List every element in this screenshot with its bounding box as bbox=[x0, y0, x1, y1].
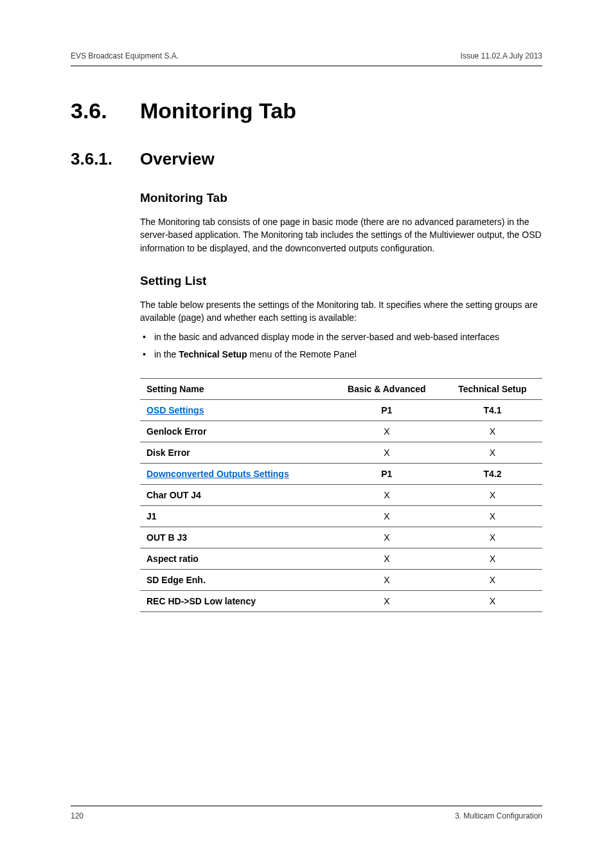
section-title: Monitoring Tab bbox=[140, 98, 296, 123]
technical-setup-cell: X bbox=[443, 442, 542, 464]
list-item: in the Technical Setup menu of the Remot… bbox=[140, 348, 542, 361]
section-number: 3.6. bbox=[71, 98, 140, 123]
setting-list-heading: Setting List bbox=[140, 274, 542, 288]
footer-rule bbox=[71, 806, 542, 806]
basic-advanced-cell: X bbox=[331, 485, 443, 506]
basic-advanced-cell: X bbox=[331, 548, 443, 570]
page-header: EVS Broadcast Equipment S.A. Issue 11.02… bbox=[71, 51, 542, 66]
section-link[interactable]: OSD Settings bbox=[147, 405, 204, 415]
subsection-number: 3.6.1. bbox=[71, 149, 140, 169]
footer-chapter: 3. Multicam Configuration bbox=[455, 811, 542, 820]
page-footer: 120 3. Multicam Configuration bbox=[71, 806, 542, 820]
basic-advanced-cell: X bbox=[331, 421, 443, 442]
technical-setup-cell: X bbox=[443, 506, 542, 527]
setting-name-cell: OUT B J3 bbox=[140, 527, 331, 548]
col-technical-setup: Technical Setup bbox=[443, 379, 542, 400]
setting-name-cell: SD Edge Enh. bbox=[140, 570, 331, 591]
section-link[interactable]: Downconverted Outputs Settings bbox=[147, 469, 289, 479]
bullet-prefix: in the bbox=[154, 349, 179, 359]
setting-list-bullets: in the basic and advanced display mode i… bbox=[140, 330, 542, 361]
basic-advanced-cell: X bbox=[331, 527, 443, 548]
basic-advanced-cell: X bbox=[331, 506, 443, 527]
subsection-title: Overview bbox=[140, 149, 215, 169]
table-row: Genlock ErrorXX bbox=[140, 421, 542, 442]
table-row: OSD SettingsP1T4.1 bbox=[140, 400, 542, 421]
setting-name-cell: Genlock Error bbox=[140, 421, 331, 442]
table-row: Char OUT J4XX bbox=[140, 485, 542, 506]
col-setting-name: Setting Name bbox=[140, 379, 331, 400]
header-rule bbox=[71, 66, 542, 66]
setting-name-cell: Char OUT J4 bbox=[140, 485, 331, 506]
table-row: Disk ErrorXX bbox=[140, 442, 542, 464]
setting-list-intro: The table below presents the settings of… bbox=[140, 298, 542, 325]
bullet-text: in the basic and advanced display mode i… bbox=[154, 332, 499, 342]
setting-name-cell: Downconverted Outputs Settings bbox=[140, 464, 331, 485]
setting-name-cell: J1 bbox=[140, 506, 331, 527]
table-row: J1XX bbox=[140, 506, 542, 527]
basic-advanced-cell: P1 bbox=[331, 400, 443, 421]
basic-advanced-cell: X bbox=[331, 570, 443, 591]
col-basic-advanced: Basic & Advanced bbox=[331, 379, 443, 400]
table-row: OUT B J3XX bbox=[140, 527, 542, 548]
section-heading: 3.6. Monitoring Tab bbox=[71, 98, 542, 123]
footer-page-number: 120 bbox=[71, 811, 84, 820]
header-right: Issue 11.02.A July 2013 bbox=[461, 51, 542, 60]
technical-setup-cell: T4.1 bbox=[443, 400, 542, 421]
basic-advanced-cell: X bbox=[331, 442, 443, 464]
setting-name-cell: OSD Settings bbox=[140, 400, 331, 421]
setting-name-cell: Disk Error bbox=[140, 442, 331, 464]
settings-table: Setting Name Basic & Advanced Technical … bbox=[140, 378, 542, 612]
setting-name-cell: REC HD->SD Low latency bbox=[140, 591, 331, 612]
bullet-suffix: menu of the Remote Panel bbox=[247, 349, 356, 359]
basic-advanced-cell: X bbox=[331, 591, 443, 612]
technical-setup-cell: X bbox=[443, 485, 542, 506]
monitoring-tab-paragraph: The Monitoring tab consists of one page … bbox=[140, 215, 542, 255]
technical-setup-cell: X bbox=[443, 548, 542, 570]
table-header-row: Setting Name Basic & Advanced Technical … bbox=[140, 379, 542, 400]
technical-setup-cell: X bbox=[443, 421, 542, 442]
table-row: REC HD->SD Low latencyXX bbox=[140, 591, 542, 612]
technical-setup-cell: X bbox=[443, 591, 542, 612]
basic-advanced-cell: P1 bbox=[331, 464, 443, 485]
technical-setup-cell: T4.2 bbox=[443, 464, 542, 485]
bullet-bold: Technical Setup bbox=[179, 349, 247, 359]
table-row: SD Edge Enh.XX bbox=[140, 570, 542, 591]
subsection-heading: 3.6.1. Overview bbox=[71, 149, 542, 169]
table-row: Downconverted Outputs SettingsP1T4.2 bbox=[140, 464, 542, 485]
setting-name-cell: Aspect ratio bbox=[140, 548, 331, 570]
header-left: EVS Broadcast Equipment S.A. bbox=[71, 51, 179, 60]
technical-setup-cell: X bbox=[443, 527, 542, 548]
monitoring-tab-heading: Monitoring Tab bbox=[140, 191, 542, 205]
list-item: in the basic and advanced display mode i… bbox=[140, 330, 542, 344]
technical-setup-cell: X bbox=[443, 570, 542, 591]
table-row: Aspect ratioXX bbox=[140, 548, 542, 570]
